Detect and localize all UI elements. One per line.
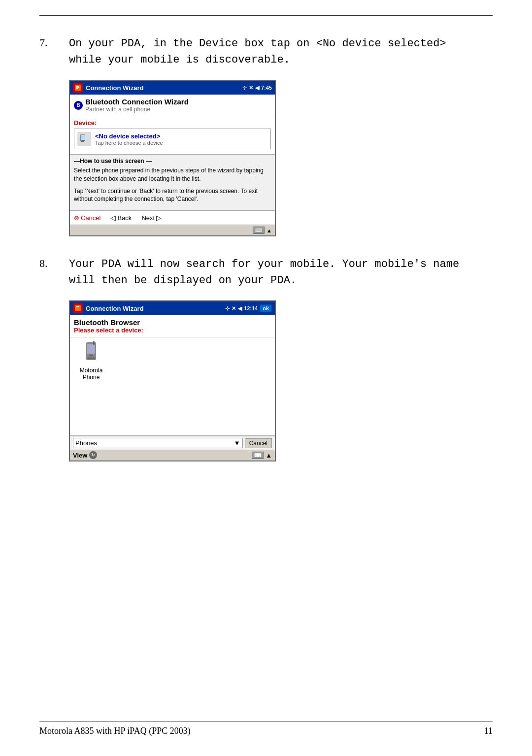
pda1-buttons-row: ⊗ Cancel ◁ Back Next ▷ bbox=[70, 211, 275, 225]
pda2-device-name-line2: Phone bbox=[83, 374, 100, 381]
page-footer: Motorola A835 with HP iPAQ (PPC 2003) 11 bbox=[39, 722, 493, 736]
pda2-keyboard-icon[interactable]: ⌨ bbox=[252, 452, 264, 459]
pda1-content: Device: <No device selected> Tap here to… bbox=[70, 116, 275, 155]
pda2-taskbar-arrow: ▲ bbox=[266, 452, 272, 459]
step-8-line2: will then be displayed on your PDA. bbox=[69, 274, 297, 287]
pda1-header-title: Bluetooth Connection Wizard bbox=[85, 98, 189, 106]
step-8-line1: Your PDA will now search for your mobile… bbox=[69, 258, 459, 270]
pda2-conn-icon: ⊹ bbox=[225, 305, 230, 312]
pda2-content: Motorola Phone bbox=[70, 337, 275, 436]
svg-rect-9 bbox=[76, 306, 79, 307]
pda1-next-button[interactable]: Next ▷ bbox=[141, 214, 162, 222]
pda1-howto-text1: Select the phone prepared in the previou… bbox=[74, 166, 271, 183]
pda1-howto-section: How to use this screen Select the phone … bbox=[70, 155, 275, 211]
step-7-text: On your PDA, in the Device box tap on <N… bbox=[69, 35, 493, 68]
pda1-cancel-button[interactable]: ⊗ Cancel bbox=[74, 214, 100, 222]
pda2-dropdown-value: Phones bbox=[75, 439, 97, 447]
step-8-block: 8. Your PDA will now search for your mob… bbox=[39, 256, 493, 461]
pda1-keyboard-icon[interactable]: ⌨ bbox=[253, 227, 265, 234]
pda1-back-button[interactable]: ◁ Back bbox=[110, 214, 132, 222]
footer-right-text: 11 bbox=[484, 726, 493, 736]
pda1-device-name[interactable]: <No device selected> bbox=[95, 132, 163, 140]
pda2-header-subtitle: Please select a device: bbox=[74, 327, 271, 334]
pda2-x-icon: ✕ bbox=[232, 305, 236, 312]
pda1-next-label: Next bbox=[141, 214, 155, 222]
step-7-block: 7. On your PDA, in the Device box tap on… bbox=[39, 35, 493, 236]
step-7-number: 7. bbox=[39, 35, 69, 49]
pda1-howto-title: How to use this screen bbox=[74, 158, 271, 164]
pda2-header-title: Bluetooth Browser bbox=[74, 318, 271, 327]
svg-rect-7 bbox=[81, 141, 84, 142]
pda1-titlebar-text: Connection Wizard bbox=[86, 84, 242, 92]
bluetooth-icon-1: B bbox=[74, 101, 83, 110]
svg-rect-11 bbox=[76, 309, 78, 309]
svg-rect-21 bbox=[93, 358, 95, 359]
footer-left-text: Motorola A835 with HP iPAQ (PPC 2003) bbox=[39, 726, 191, 736]
svg-rect-16 bbox=[88, 357, 90, 358]
pda-screen-1: Connection Wizard ⊹ ✕ ◀ 7:45 B Bluetooth… bbox=[69, 80, 276, 236]
pda2-cancel-label: Cancel bbox=[249, 440, 267, 447]
svg-rect-3 bbox=[76, 88, 78, 89]
step-7-line2: while your mobile is discoverable. bbox=[69, 54, 290, 66]
cancel-icon: ⊗ bbox=[74, 214, 79, 222]
pda-screen-2: Connection Wizard ⊹ ✕ ◀ 12:14 ok Bluetoo… bbox=[69, 300, 276, 461]
step-8-row: 8. Your PDA will now search for your mob… bbox=[39, 256, 493, 289]
pda1-time: 7:45 bbox=[261, 85, 272, 91]
pda2-ok-button[interactable]: ok bbox=[260, 304, 272, 312]
svg-rect-5 bbox=[81, 135, 85, 140]
svg-rect-20 bbox=[90, 358, 92, 359]
svg-rect-2 bbox=[76, 87, 79, 88]
pda1-device-hint: Tap here to choose a device bbox=[95, 140, 163, 146]
pda1-titlebar-icons: ⊹ ✕ ◀ 7:45 bbox=[242, 85, 272, 91]
pda2-titlebar-icons: ⊹ ✕ ◀ 12:14 ok bbox=[225, 304, 272, 312]
pda1-header-subtitle: Partner with a cell phone bbox=[85, 106, 189, 113]
pda1-back-label: Back bbox=[117, 214, 132, 222]
pda2-view-bar: View ↻ ⌨ ▲ bbox=[70, 450, 275, 460]
pda2-device-name-line1: Motorola bbox=[80, 367, 103, 374]
pda1-device-row[interactable]: <No device selected> Tap here to choose … bbox=[74, 129, 271, 149]
top-border bbox=[39, 15, 493, 16]
pda2-titlebar-icon bbox=[73, 303, 83, 313]
page-container: 7. On your PDA, in the Device box tap on… bbox=[0, 0, 532, 756]
pda1-sound-icon: ◀ bbox=[255, 85, 259, 91]
svg-rect-17 bbox=[90, 357, 92, 358]
pda2-view-label[interactable]: View ↻ bbox=[73, 451, 97, 459]
pda1-connection-icon: ⊹ bbox=[242, 85, 247, 91]
pda2-taskbar-right: ⌨ ▲ bbox=[252, 452, 272, 459]
pda2-view-text: View bbox=[73, 452, 87, 459]
pda2-titlebar-text: Connection Wizard bbox=[86, 305, 225, 312]
pda2-phone-svg bbox=[82, 341, 100, 367]
svg-rect-18 bbox=[93, 357, 95, 358]
step-7-line1: On your PDA, in the Device box tap on <N… bbox=[69, 37, 446, 50]
step-8-text: Your PDA will now search for your mobile… bbox=[69, 256, 493, 289]
pda1-x-icon: ✕ bbox=[249, 85, 253, 91]
pda1-cancel-label: Cancel bbox=[81, 214, 100, 222]
pda2-phones-dropdown[interactable]: Phones ▼ bbox=[73, 438, 243, 448]
back-arrow-icon: ◁ bbox=[110, 214, 116, 222]
next-arrow-icon: ▷ bbox=[156, 214, 162, 222]
step-7-row: 7. On your PDA, in the Device box tap on… bbox=[39, 35, 493, 68]
pda1-titlebar: Connection Wizard ⊹ ✕ ◀ 7:45 bbox=[70, 81, 275, 95]
pda1-device-label: Device: bbox=[74, 119, 271, 127]
pda2-dropdown-arrow: ▼ bbox=[234, 439, 240, 447]
view-rotate-icon: ↻ bbox=[89, 451, 97, 459]
svg-rect-10 bbox=[76, 308, 79, 308]
pda1-taskbar: ⌨ ▲ bbox=[70, 225, 275, 235]
pda1-device-icon bbox=[77, 132, 91, 146]
svg-rect-19 bbox=[88, 358, 90, 359]
pda1-taskbar-arrow: ▲ bbox=[266, 228, 272, 233]
pda1-header: B Bluetooth Connection Wizard Partner wi… bbox=[70, 95, 275, 116]
svg-rect-15 bbox=[89, 355, 93, 356]
pda2-cancel-button[interactable]: Cancel bbox=[245, 438, 272, 448]
svg-rect-14 bbox=[93, 341, 95, 345]
pda2-device-item[interactable]: Motorola Phone bbox=[74, 341, 108, 381]
svg-rect-1 bbox=[76, 86, 79, 87]
pda2-sound-icon: ◀ bbox=[238, 305, 242, 312]
pda2-bottom-bar: Phones ▼ Cancel bbox=[70, 436, 275, 450]
svg-rect-6 bbox=[82, 140, 84, 141]
pda2-time: 12:14 bbox=[244, 305, 258, 311]
pda1-howto-text2: Tap 'Next' to continue or 'Back' to retu… bbox=[74, 187, 271, 204]
pda2-header: Bluetooth Browser Please select a device… bbox=[70, 315, 275, 337]
step-8-number: 8. bbox=[39, 256, 69, 270]
pda1-titlebar-icon bbox=[73, 83, 83, 93]
